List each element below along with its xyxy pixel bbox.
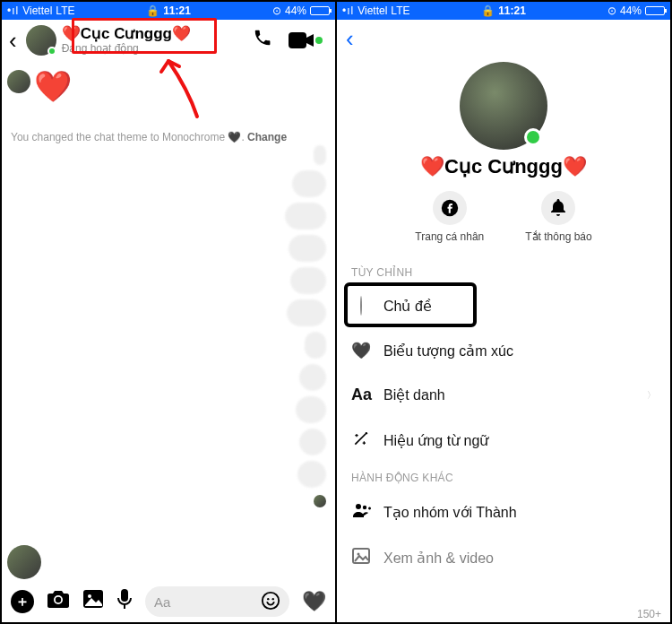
emoji-picker-icon[interactable] — [261, 591, 280, 613]
composer: ＋ Aa 🖤 — [2, 586, 335, 617]
group-icon — [351, 502, 371, 523]
chat-name: ❤️Cục Cưnggg❤️ — [62, 26, 191, 43]
back-button[interactable]: ‹ — [5, 27, 21, 55]
svg-point-2 — [56, 597, 61, 602]
heart-icon: 🖤 — [351, 341, 371, 360]
back-button[interactable]: ‹ — [346, 25, 354, 52]
chat-settings-screen: •ılViettelLTE 🔒11:21 ⊙44% ‹ ❤️Cục Cưnggg… — [337, 2, 670, 622]
media-count: 150+ — [637, 608, 661, 620]
theme-icon — [351, 297, 371, 316]
row-word-effects[interactable]: Hiệu ứng từ ngữ — [337, 417, 670, 464]
row-nickname[interactable]: Aa Biệt danh 〉 — [337, 373, 670, 417]
input-placeholder: Aa — [154, 594, 170, 610]
chat-title-block[interactable]: ❤️Cục Cưnggg❤️ Đang hoạt động — [62, 26, 191, 55]
row-emoji[interactable]: 🖤 Biểu tượng cảm xúc — [337, 328, 670, 373]
svg-point-12 — [356, 504, 361, 509]
profile-action[interactable]: Trang cá nhân — [415, 191, 484, 243]
profile-name: ❤️Cục Cưnggg❤️ — [337, 155, 670, 178]
section-more: HÀNH ĐỘNG KHÁC — [337, 464, 670, 490]
svg-point-7 — [263, 592, 279, 608]
facebook-icon — [433, 191, 467, 225]
media-icon — [351, 548, 371, 568]
mute-action[interactable]: Tắt thông báo — [525, 191, 591, 243]
svg-point-11 — [366, 432, 368, 435]
svg-rect-0 — [289, 32, 306, 48]
call-icon[interactable] — [253, 28, 272, 53]
more-button[interactable]: ＋ — [11, 590, 34, 613]
avatar[interactable] — [26, 25, 56, 56]
row-media[interactable]: Xem ảnh & video — [337, 535, 670, 581]
chevron-right-icon: 〉 — [647, 389, 656, 402]
mic-icon[interactable] — [116, 588, 133, 615]
chat-status: Đang hoạt động — [62, 43, 191, 55]
message-input[interactable]: Aa — [145, 586, 289, 617]
annotation-arrow — [152, 54, 215, 126]
svg-point-4 — [88, 594, 91, 598]
text-icon: Aa — [351, 386, 371, 404]
change-theme-link[interactable]: Change — [247, 131, 287, 143]
typing-avatar — [7, 545, 41, 579]
video-icon[interactable] — [289, 32, 323, 48]
like-icon[interactable]: 🖤 — [302, 590, 326, 613]
status-bar: •ılViettelLTE 🔒11:21 ⊙44% — [2, 2, 335, 20]
svg-point-13 — [363, 506, 366, 509]
chat-screen: •ılViettelLTE 🔒11:21 ⊙44% ‹ ❤️Cục Cưnggg… — [2, 2, 335, 622]
camera-icon[interactable] — [47, 589, 70, 614]
gallery-icon[interactable] — [82, 589, 104, 614]
heart-sticker: ❤️ — [34, 68, 72, 104]
svg-point-9 — [272, 597, 274, 599]
svg-point-8 — [267, 597, 269, 599]
row-theme[interactable]: Chủ đề — [337, 284, 670, 328]
system-message: You changed the chat theme to Monochrome… — [2, 117, 335, 143]
mini-avatar — [7, 70, 30, 93]
sparkle-icon — [351, 429, 371, 452]
status-bar: •ılViettelLTE 🔒11:21 ⊙44% — [337, 2, 670, 20]
row-create-group[interactable]: Tạo nhóm với Thành — [337, 490, 670, 535]
svg-rect-5 — [121, 589, 128, 602]
profile-avatar[interactable] — [460, 62, 547, 150]
bell-icon — [541, 191, 575, 225]
section-custom: TÙY CHỈNH — [337, 259, 670, 284]
message-list — [285, 145, 326, 507]
